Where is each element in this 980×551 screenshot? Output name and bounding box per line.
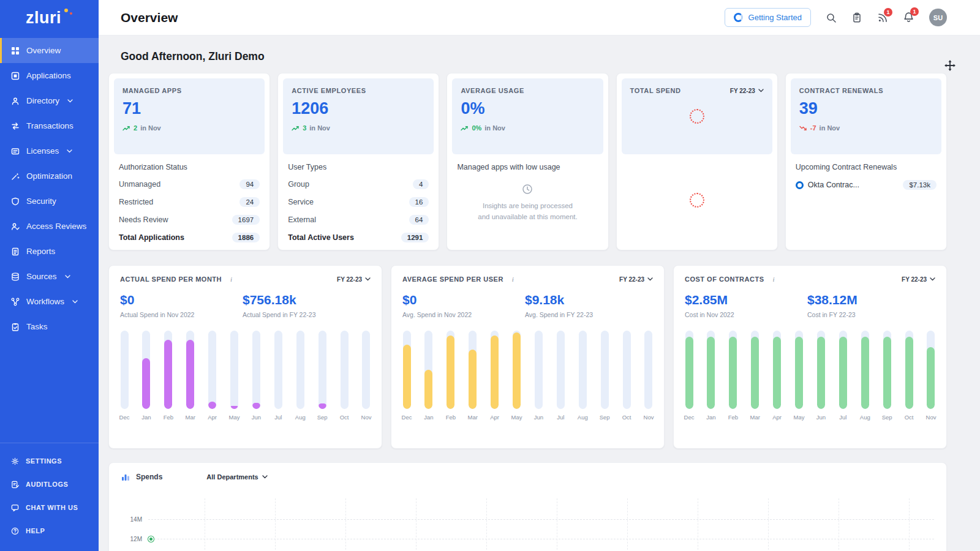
feed-icon[interactable]: 1 [877,12,888,23]
topbar-actions: Getting Started 1 1 SU [725,8,947,27]
info-icon[interactable]: i [230,276,232,283]
sidebar-item-applications[interactable]: Applications [0,63,99,88]
bar-track [644,331,652,409]
bar-column: Mar [469,331,477,421]
sidebar-item-optimization[interactable]: Optimization [0,163,99,189]
sidebar-item-access-reviews[interactable]: Access Reviews [0,214,99,239]
fiscal-year-dropdown[interactable]: FY 22-23 [619,276,653,283]
content-area: Good Afternoon, Zluri Demo MANAGED APPS … [99,36,980,551]
bar-fill [318,403,326,409]
fiscal-year-dropdown[interactable]: FY 22-23 [730,88,764,94]
active-employees-body: User Types Group 4 Service 16 External 6… [283,154,434,250]
month-label: Sep [882,414,892,421]
sidebar-item-workflows[interactable]: Workflows [0,289,99,314]
stat-block: $0 Actual Spend in Nov 2022 [120,293,243,318]
y-axis-tick: 12M [125,536,142,542]
bar-track [557,331,565,409]
fy-label: FY 22-23 [902,276,927,283]
info-icon[interactable]: i [512,276,514,283]
processing-line2: and unavailable at this moment. [478,212,577,223]
card-delta: 2 in Nov [123,124,256,132]
bar-track [861,331,869,409]
bar-column: Sep [883,331,891,421]
department-filter-dropdown[interactable]: All Departments [206,473,267,481]
bar-column: Mar [751,331,760,421]
bar-column: Aug [578,331,587,421]
bar-fill [707,337,715,409]
card-title: CONTRACT RENEWALS [799,87,933,94]
total-spend-body [622,154,772,250]
trend-up-icon [292,126,300,131]
sidebar-item-label: Reports [26,247,55,256]
bar-fill [513,332,521,409]
greeting-text: Good Afternoon, Zluri Demo [108,36,947,73]
gridline [148,539,934,539]
list-item: Unmanaged 94 [119,179,260,189]
month-label: Jun [534,414,543,421]
card-value: 0% [461,99,594,118]
card-title: TOTAL SPEND [630,87,681,94]
sidebar-item-auditlogs[interactable]: AUDITLOGS [0,473,99,496]
sidebar-item-overview[interactable]: Overview [0,38,99,63]
bar-fill [424,370,432,409]
bar-column: Jul [274,331,282,421]
sidebar-footer-label: SETTINGS [26,457,62,465]
fiscal-year-dropdown[interactable]: FY 22-23 [337,276,371,283]
sidebar-item-sources[interactable]: Sources [0,264,99,289]
getting-started-button[interactable]: Getting Started [725,8,811,27]
bar-fill [729,337,737,409]
sidebar-item-licenses[interactable]: Licenses [0,138,99,163]
renewal-list-item[interactable]: Okta Contrac... $7.13k [796,180,937,190]
fiscal-year-dropdown[interactable]: FY 22-23 [902,276,935,283]
gear-icon [10,457,20,466]
info-icon[interactable]: i [773,276,775,283]
managed-apps-hero: MANAGED APPS 71 2 in Nov [114,78,265,154]
sidebar-item-transactions[interactable]: Transactions [0,113,99,138]
bar-fill [164,340,172,409]
bell-icon[interactable]: 1 [903,12,914,23]
bar-track [883,331,891,409]
search-icon[interactable] [826,12,837,23]
access-reviews-icon [10,222,20,231]
card-title: AVERAGE USAGE [461,87,594,94]
sidebar-item-label: Directory [26,96,59,105]
sidebar-item-label: Access Reviews [26,222,86,231]
bar-track [579,331,587,409]
bar-track [230,331,238,409]
row-label: Needs Review [119,216,168,224]
page-title: Overview [121,10,178,25]
zluri-logo: zluri [0,0,99,36]
bar-fill [839,337,847,409]
month-label: Jan [706,414,715,421]
sidebar-item-reports[interactable]: Reports [0,239,99,264]
sidebar-item-directory[interactable]: Directory [0,88,99,113]
sidebar-item-help[interactable]: HELP [0,519,99,542]
row-label: Service [288,198,314,206]
bar-chart-icon [121,473,130,481]
avatar[interactable]: SU [929,9,947,26]
spends-chart: 14M 12M [125,498,934,551]
sidebar-item-chat[interactable]: CHAT WITH US [0,496,99,519]
chart-header: ACTUAL SPEND PER MONTH i FY 22-23 [120,276,371,283]
sidebar-item-settings[interactable]: SETTINGS [0,449,99,473]
sidebar-item-tasks[interactable]: Tasks [0,314,99,339]
sidebar-item-security[interactable]: Security [0,189,99,214]
row-label: Total Applications [119,233,184,242]
okta-logo [796,181,804,189]
contract-renewals-hero: CONTRACT RENEWALS 39 -7 in Nov [791,78,941,154]
month-label: Nov [644,414,654,421]
sidebar-footer-label: HELP [26,527,45,534]
chevron-down-icon [365,277,371,281]
chevron-down-icon [67,99,73,103]
gridline [148,519,934,520]
renewal-amount: $7.13k [903,180,937,190]
bar-column: Jun [252,331,260,421]
gridline [345,498,346,551]
sidebar-nav: Overview Applications Directory [0,38,99,339]
month-label: Jun [252,414,261,421]
chart-stats: $2.85M Cost in Nov 2022 $38.12M Cost in … [685,293,935,318]
bar-chart: DecJanFebMarAprMayJunJulAugSepOctNov [685,331,935,421]
managed-apps-body: Authorization Status Unmanaged 94 Restri… [114,154,265,250]
clipboard-icon[interactable] [851,12,862,23]
month-label: Apr [208,414,217,421]
